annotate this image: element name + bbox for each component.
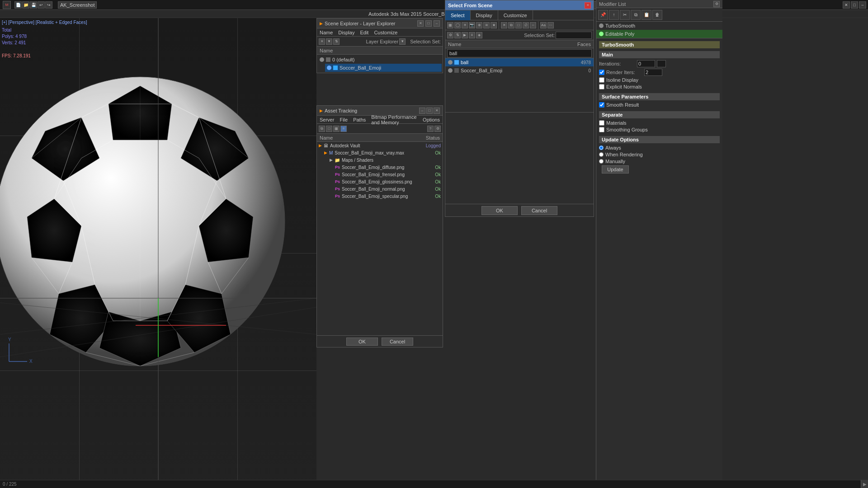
ss-item-soccer-ball[interactable]: Soccer_Ball_Emoji 0 <box>445 66 594 75</box>
ss-cameras-icon[interactable]: 📷 <box>469 22 475 28</box>
at-item-maps[interactable]: ▶ 📁 Maps / Shaders <box>328 156 443 164</box>
se-minimize-btn[interactable]: – <box>434 20 440 27</box>
at-tb-btn1[interactable]: ⧉ <box>319 126 325 132</box>
se-maximize-btn[interactable]: □ <box>425 20 432 27</box>
mp-always-radio[interactable] <box>599 145 604 150</box>
at-menu-bitmap[interactable]: Bitmap Performance and Memory <box>371 114 417 125</box>
at-menu-file[interactable]: File <box>340 117 348 122</box>
ss-case2-icon[interactable]: ⚙ <box>447 32 453 38</box>
at-config-btn[interactable]: ⚙ <box>434 126 441 132</box>
se-toolbar-sort[interactable]: ⇅ <box>333 38 340 45</box>
toolbar-redo[interactable]: ↪ <box>45 1 52 9</box>
ss-warp-icon[interactable]: ≋ <box>483 22 490 28</box>
at-help-btn[interactable]: ? <box>427 126 434 132</box>
at-menu-options[interactable]: Options <box>423 117 440 122</box>
ss-geometry-icon[interactable]: ▦ <box>447 22 453 28</box>
mp-main-section: Main Iterations: Render Iters: Isoline D… <box>599 51 720 89</box>
se-row-default[interactable]: 0 (default) <box>318 56 442 64</box>
se-menu-edit[interactable]: Edit <box>360 30 368 35</box>
mp-smooth-result-checkbox[interactable] <box>599 102 604 108</box>
ss-hier-icon[interactable]: ▶ <box>462 32 468 38</box>
at-tb-btn4[interactable]: ≡ <box>340 126 347 132</box>
at-cancel-button[interactable]: Cancel <box>382 338 413 346</box>
ss-invsel-icon[interactable]: ⧉ <box>508 22 514 28</box>
se-close-btn[interactable]: ✕ <box>417 20 424 27</box>
mp-materials-checkbox[interactable] <box>599 120 604 126</box>
at-close-btn[interactable]: ✕ <box>434 108 440 114</box>
mp-iterations-input[interactable] <box>637 60 655 67</box>
mp-render-iters-checkbox[interactable] <box>599 70 604 75</box>
at-item-maxfile[interactable]: ▶ M Soccer_Ball_Emoji_max_vray.max Ok <box>322 149 443 156</box>
mp-smoothing-checkbox[interactable] <box>599 127 604 132</box>
at-item-normal[interactable]: Ps Soccer_Ball_Emoji_normal.png Ok <box>333 185 443 192</box>
mp-explicit-normals-checkbox[interactable] <box>599 84 604 89</box>
se-menu-name[interactable]: Name <box>320 30 333 35</box>
ss-invert-icon[interactable]: ↔ <box>530 22 536 28</box>
se-row-soccer-ball[interactable]: Soccer_Ball_Emoji <box>325 64 442 72</box>
mp-copy-btn[interactable]: ⧉ <box>631 10 641 20</box>
ss-sort-icon[interactable]: ⇅ <box>454 32 461 38</box>
viewport-3d[interactable]: X Y [+] [Perspective] [Realistic + Edged… <box>0 18 316 488</box>
ss-partial-icon[interactable]: ⋯ <box>547 22 554 28</box>
close-btn[interactable]: ✕ <box>843 1 850 9</box>
mp-delete-btn[interactable]: 🗑 <box>652 10 662 20</box>
at-tb-btn3[interactable]: ▦ <box>333 126 340 132</box>
ss-selall-icon[interactable]: □ <box>515 22 522 28</box>
at-item-glossiness[interactable]: Ps Soccer_Ball_Emoji_glossiness.png Ok <box>333 178 443 185</box>
mp-paste-btn[interactable]: 📋 <box>642 10 651 20</box>
se-menu-customize[interactable]: Customize <box>374 30 397 35</box>
mp-stack-turbosmooth[interactable]: TurboSmooth <box>596 22 722 30</box>
mp-render-iters-input[interactable] <box>644 69 662 76</box>
tab-select[interactable]: Select <box>445 10 471 20</box>
ss-ok-button[interactable]: OK <box>481 206 518 215</box>
mp-isoline-checkbox[interactable] <box>599 77 604 83</box>
ss-selection-set-input[interactable] <box>556 32 592 39</box>
se-toolbar-close[interactable]: ✕ <box>319 38 325 45</box>
mp-manually-radio[interactable] <box>599 159 604 164</box>
mp-cut-btn[interactable]: ✂ <box>620 10 630 20</box>
ss-clear-icon[interactable]: ✕ <box>501 22 507 28</box>
modifier-stack: TurboSmooth Editable Poly <box>596 22 722 38</box>
ss-lights-icon[interactable]: ☀ <box>462 22 468 28</box>
ss-none-icon[interactable]: ∅ <box>523 22 529 28</box>
ss-shapes-icon[interactable]: ◯ <box>454 22 461 28</box>
se-toolbar-options[interactable]: ▼ <box>399 38 406 45</box>
statusbar-arrow[interactable]: ▶ <box>861 480 868 488</box>
at-menu-paths[interactable]: Paths <box>353 117 366 122</box>
ss-helpers-icon[interactable]: ⊕ <box>476 22 482 28</box>
at-menu-server[interactable]: Server <box>320 117 334 122</box>
at-minimize-btn[interactable]: – <box>419 108 425 114</box>
at-item-diffuse[interactable]: Ps Soccer_Ball_Emoji_diffuse.png Ok <box>333 164 443 171</box>
at-ok-button[interactable]: OK <box>346 338 378 346</box>
at-maximize-btn[interactable]: □ <box>426 108 433 114</box>
maximize-btn[interactable]: □ <box>851 1 858 9</box>
select-scene-search[interactable] <box>447 49 592 57</box>
mp-iterations-spinner[interactable] <box>657 60 666 67</box>
tab-customize[interactable]: Customize <box>498 10 533 20</box>
se-toolbar-filter[interactable]: ▼ <box>326 38 332 45</box>
ss-all-icon[interactable]: ★ <box>491 22 497 28</box>
toolbar-undo[interactable]: ↩ <box>38 1 45 9</box>
ss-mat-icon[interactable]: ◈ <box>476 32 482 38</box>
at-item-frensel[interactable]: Ps Soccer_Ball_Emoji_frensel.png Ok <box>333 171 443 178</box>
mp-stack-editablepoly[interactable]: Editable Poly <box>596 30 722 38</box>
mp-when-rendering-radio[interactable] <box>599 152 604 157</box>
mp-configure-icon[interactable]: ⚙ <box>713 1 720 7</box>
tab-display[interactable]: Display <box>471 10 498 20</box>
ss-close-btn[interactable]: ✕ <box>585 2 591 9</box>
mp-update-button[interactable]: Update <box>602 165 629 174</box>
toolbar-save[interactable]: 💾 <box>30 1 37 9</box>
at-item-specular[interactable]: Ps Soccer_Ball_Emoji_specular.png Ok <box>333 192 443 200</box>
toolbar-open[interactable]: 📁 <box>22 1 29 9</box>
mp-pin-btn[interactable]: 📌 <box>598 10 608 20</box>
toolbar-new[interactable]: 📄 <box>14 1 22 9</box>
ss-item-ball[interactable]: ball 4978 <box>445 58 594 66</box>
mp-move-btn[interactable]: ↑ <box>609 10 619 20</box>
se-menu-display[interactable]: Display <box>338 30 354 35</box>
at-item-vault[interactable]: ▶ 🏛 Autodesk Vault Logged <box>317 142 443 149</box>
minimize-btn[interactable]: – <box>859 1 866 9</box>
at-tb-btn2[interactable]: □ <box>326 126 332 132</box>
ss-layer-icon[interactable]: ≡ <box>469 32 475 38</box>
ss-case-icon[interactable]: Aa <box>540 22 547 28</box>
ss-cancel-button[interactable]: Cancel <box>521 206 557 215</box>
